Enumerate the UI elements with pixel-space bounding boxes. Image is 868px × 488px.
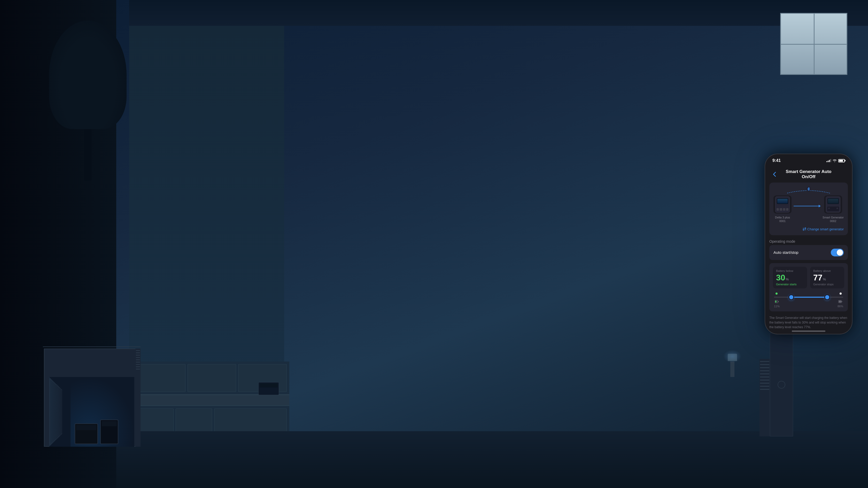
slat xyxy=(136,369,140,369)
louver xyxy=(760,383,769,384)
battery-below-unit: % xyxy=(786,277,789,281)
appliance-screen xyxy=(259,383,278,388)
device-2-screen xyxy=(828,198,839,204)
counter-top xyxy=(134,395,289,405)
page-title: Smart Generator Auto On/Off xyxy=(779,169,839,180)
signal-bar-2 xyxy=(828,161,829,162)
signal-icon xyxy=(827,159,831,162)
svg-rect-6 xyxy=(841,301,842,302)
outlet xyxy=(777,208,779,211)
slider-thumb-right[interactable] xyxy=(824,294,830,300)
tree-trunk xyxy=(84,124,91,181)
louver xyxy=(760,389,769,390)
change-generator-label[interactable]: Change smart generator xyxy=(807,227,844,231)
window xyxy=(780,13,847,75)
device-connection-card: ⬧ xyxy=(769,183,848,235)
nav-header: Smart Generator Auto On/Off xyxy=(765,167,852,183)
tree-canopy xyxy=(49,21,127,129)
ceiling xyxy=(129,0,868,26)
slider-thumb-left[interactable] xyxy=(788,294,794,300)
louver xyxy=(760,386,769,387)
phone-container: 9:41 xyxy=(765,154,852,334)
battery-min-icon xyxy=(775,300,779,304)
slats xyxy=(135,349,141,447)
slat xyxy=(136,350,140,351)
lower-panels xyxy=(137,409,287,434)
outlet xyxy=(783,208,785,211)
device-2: Smart Generator 0002 xyxy=(823,195,844,223)
operating-mode-label: Operating mode xyxy=(765,237,852,245)
battery-max-icon xyxy=(838,300,842,304)
background xyxy=(0,0,868,488)
battery-below-item: Battery below 30 % Generator starts xyxy=(773,267,807,288)
connection-arrow xyxy=(794,206,820,213)
connection-line xyxy=(794,206,820,206)
phone-screen: 9:41 xyxy=(765,154,852,334)
battery-threshold-card: Battery below 30 % Generator starts Batt… xyxy=(769,263,848,312)
signal-bar-1 xyxy=(827,161,827,162)
device-1-screen-content xyxy=(777,199,788,203)
auto-start-stop-toggle[interactable] xyxy=(831,249,844,256)
device-1: Delta 3 plus 0001 xyxy=(773,195,792,223)
battery-below-label: Battery below xyxy=(776,269,804,272)
gen-screen-2 xyxy=(102,421,117,426)
slat xyxy=(136,366,140,367)
home-indicator xyxy=(792,330,826,332)
svg-rect-3 xyxy=(778,301,779,302)
outlet xyxy=(786,208,788,211)
cabinet-knob xyxy=(778,381,785,389)
gen-knob-2 xyxy=(836,207,838,209)
lamp-glow xyxy=(723,350,741,363)
slat xyxy=(136,357,140,358)
back-button[interactable] xyxy=(770,170,779,178)
battery-above-item: Battery above 77 % Generator stops xyxy=(810,267,844,288)
description-text: The Smart Generator will start charging … xyxy=(765,315,852,332)
louver xyxy=(760,373,769,375)
battery-icon xyxy=(838,159,845,162)
louver xyxy=(760,361,769,362)
louver xyxy=(760,364,769,365)
battery-thresholds-row: Battery below 30 % Generator starts Batt… xyxy=(773,267,844,288)
device-2-icon xyxy=(824,195,842,214)
garage-door-opening xyxy=(49,377,134,447)
right-cabinet xyxy=(770,333,793,436)
floor xyxy=(116,431,868,488)
slat xyxy=(136,364,140,365)
swap-icon xyxy=(803,227,806,231)
louvered-panel xyxy=(760,359,770,436)
louvers xyxy=(760,359,770,436)
slider-min-value: 11% xyxy=(774,305,780,308)
slider-max-value: 86% xyxy=(838,305,843,308)
toggle-knob xyxy=(837,250,843,256)
battery-slider[interactable]: 11% 86% xyxy=(773,293,844,308)
battery-above-label: Battery above xyxy=(813,269,841,272)
door-panel xyxy=(50,379,62,445)
change-generator-link[interactable]: Change smart generator xyxy=(773,225,844,231)
slat xyxy=(136,355,140,356)
device-1-outlets xyxy=(777,208,788,211)
device-2-body xyxy=(827,206,839,211)
slider-labels: 11% 86% xyxy=(774,300,843,308)
bluetooth-badge xyxy=(806,187,811,191)
cabinet-panel xyxy=(188,364,236,392)
status-icons xyxy=(827,159,845,162)
slat xyxy=(136,352,140,353)
battery-below-value: 30 xyxy=(776,273,785,282)
status-bar: 9:41 xyxy=(765,154,852,167)
signal-bar-4 xyxy=(830,159,831,162)
appliance xyxy=(258,382,279,395)
garage-side xyxy=(135,349,141,447)
battery-above-value-row: 77 % xyxy=(813,273,841,282)
slider-track xyxy=(774,297,843,298)
generator-stops-label: Generator stops xyxy=(813,283,841,286)
battery-tip xyxy=(845,160,845,161)
device-1-screen xyxy=(777,198,788,204)
slider-label-max: 86% xyxy=(838,300,843,308)
garage xyxy=(44,349,140,447)
lower-panel xyxy=(214,409,287,434)
phone-frame: 9:41 xyxy=(765,154,852,334)
device-2-name: Smart Generator 0002 xyxy=(823,216,844,223)
generator-starts-label: Generator starts xyxy=(776,283,804,286)
louver xyxy=(760,380,769,381)
battery-below-value-row: 30 % xyxy=(776,273,804,282)
